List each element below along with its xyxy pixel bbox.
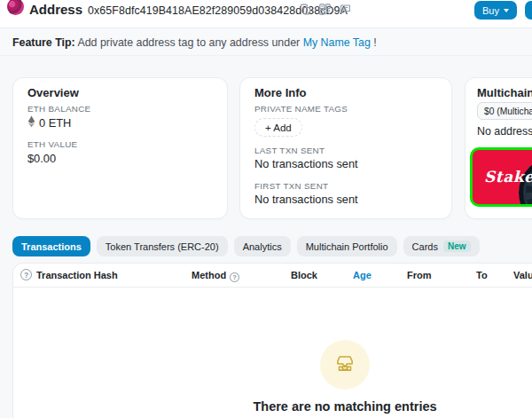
first-txn-sent-label: FIRST TXN SENT [254, 181, 328, 191]
qr-code-icon [319, 4, 331, 18]
ethereum-icon [27, 115, 35, 130]
tab-cards[interactable]: Cards New [403, 236, 480, 256]
etherscan-address-page: Address 0x65F8dfc419B418AE82f289059d0384… [0, 0, 532, 418]
last-txn-sent-value: No transactions sent [254, 157, 358, 170]
empty-inbox-icon [333, 351, 356, 378]
page-header: Address 0x65F8dfc419B418AE82f289059d0384… [0, 0, 532, 28]
feature-tip-label: Feature Tip: [12, 36, 75, 49]
feature-tip-text: Add private address tag to any address u… [75, 36, 303, 49]
column-value: Value [513, 270, 532, 280]
secondary-action-button-partial[interactable] [525, 1, 532, 20]
copy-icon [300, 4, 311, 18]
buy-button[interactable]: Buy [474, 1, 517, 20]
address-tabs: Transactions Token Transfers (ERC-20) An… [12, 236, 480, 256]
qr-code-button[interactable] [317, 3, 332, 18]
more-info-title: More Info [254, 86, 307, 99]
tab-token-transfers[interactable]: Token Transfers (ERC-20) [97, 236, 228, 256]
feature-tip-banner: Feature Tip: Add private address tag to … [0, 29, 532, 56]
no-addresses-text: No addresses found [477, 125, 532, 138]
buy-button-label: Buy [482, 5, 499, 16]
address-identicon-avatar [7, 0, 24, 15]
stake-logo: Stake [484, 168, 532, 185]
tab-transactions[interactable]: Transactions [12, 236, 90, 256]
first-txn-sent-value: No transactions sent [254, 193, 358, 206]
tab-analytics[interactable]: Analytics [234, 236, 291, 256]
comment-button[interactable] [338, 3, 353, 18]
column-to: To [476, 270, 488, 280]
chevron-down-icon [504, 9, 509, 12]
new-badge: New [443, 241, 471, 252]
eth-balance-value: 0 ETH [27, 115, 71, 130]
multichain-info-title: Multichain Info [477, 86, 532, 99]
multichain-portfolio-badge[interactable]: $0 (Multichain Portfolio) [477, 102, 532, 120]
transactions-table-card: ? Transaction Hash Method? Block Age Fro… [12, 263, 532, 418]
multichain-info-card: Multichain Info $0 (Multichain Portfolio… [465, 77, 532, 219]
empty-inbox-badge [320, 340, 370, 390]
copy-address-button[interactable] [298, 3, 313, 18]
column-transaction-hash: Transaction Hash [36, 270, 118, 280]
add-private-tag-button[interactable]: + Add [254, 118, 302, 137]
comment-icon [340, 4, 351, 18]
tab-multichain-portfolio[interactable]: Multichain Portfolio [297, 236, 397, 256]
column-age[interactable]: Age [353, 270, 372, 280]
more-info-card: More Info PRIVATE NAME TAGS + Add LAST T… [239, 77, 452, 219]
help-icon[interactable]: ? [20, 269, 32, 280]
private-name-tags-label: PRIVATE NAME TAGS [254, 104, 348, 114]
column-from: From [407, 270, 432, 280]
eth-value-label: ETH VALUE [27, 139, 77, 149]
column-method: Method? [192, 270, 239, 282]
feature-tip-suffix: ! [371, 36, 377, 49]
empty-state: There are no matching entries [231, 340, 458, 414]
my-name-tag-link[interactable]: My Name Tag [303, 36, 371, 49]
eth-value: $0.00 [27, 152, 56, 165]
method-info-icon[interactable]: ? [230, 272, 239, 282]
page-title: Address [29, 2, 82, 17]
column-block: Block [291, 270, 317, 280]
overview-title: Overview [27, 86, 79, 99]
stake-ad-banner[interactable]: Stake [470, 147, 532, 207]
table-header-row: ? Transaction Hash Method? Block Age Fro… [13, 264, 532, 288]
overview-card: Overview ETH BALANCE 0 ETH ETH VALUE $0.… [12, 77, 228, 219]
last-txn-sent-label: LAST TXN SENT [254, 146, 325, 155]
empty-message: There are no matching entries [231, 399, 458, 414]
eth-balance-label: ETH BALANCE [27, 104, 90, 114]
